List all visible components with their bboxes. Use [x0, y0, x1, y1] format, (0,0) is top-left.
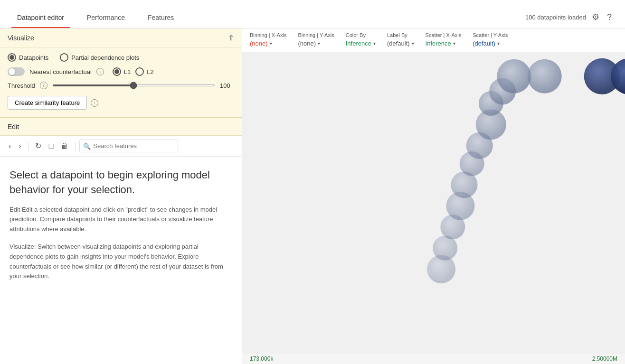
- slider-container: [52, 84, 215, 86]
- radio-partial-dependence[interactable]: Partial dependence plots: [60, 53, 139, 62]
- axis-group-label-by: Label By(default) ▾: [387, 32, 414, 48]
- radio-l2-icon: [135, 67, 144, 76]
- tab-features[interactable]: Features: [142, 14, 180, 28]
- search-features-input[interactable]: [79, 140, 178, 152]
- datapoints-loaded-label: 100 datapoints loaded: [525, 14, 586, 21]
- counterfactual-row: Nearest counterfactual i L1 L2: [8, 67, 234, 76]
- threshold-label: Threshold: [8, 82, 35, 89]
- x-min-label: 173.000k: [250, 355, 273, 362]
- radio-datapoints[interactable]: Datapoints: [8, 53, 48, 62]
- x-max-label: 2.50000M: [592, 355, 617, 362]
- select-prompt-area: Select a datapoint to begin exploring mo…: [0, 157, 242, 300]
- tab-performance[interactable]: Performance: [81, 14, 131, 28]
- axis-group-scatter---y-axis: Scatter | Y-Axis(default) ▾: [473, 32, 508, 48]
- left-panel: Visualize ⇧ Datapoints Partial dependenc…: [0, 28, 242, 364]
- visualize-section-header: Visualize ⇧: [0, 28, 242, 47]
- chevron-down-icon: ▾: [318, 41, 320, 46]
- select-prompt-desc-2: Visualize: Switch between visualizing da…: [9, 242, 232, 281]
- axis-label: Binning | X-Axis: [250, 32, 286, 38]
- scatter-area[interactable]: [242, 52, 625, 354]
- chevron-down-icon: ▾: [453, 41, 455, 46]
- radio-l2[interactable]: L2: [135, 67, 153, 76]
- axis-value: (none): [250, 40, 268, 47]
- edit-header: Edit: [0, 118, 242, 136]
- radio-row: Datapoints Partial dependence plots: [8, 53, 234, 62]
- axis-value: Inference: [346, 40, 371, 47]
- copy-button[interactable]: □: [46, 140, 57, 152]
- axis-label: Color By: [346, 32, 376, 38]
- nearest-counterfactual-toggle[interactable]: [8, 67, 25, 76]
- edit-section: Edit ‹ › ↻ □ 🗑 🔍 Select a datapoint to b…: [0, 118, 242, 364]
- axis-value: Inference: [426, 40, 451, 47]
- chevron-down-icon: ▾: [373, 41, 376, 46]
- axis-label: Scatter | Y-Axis: [473, 32, 508, 38]
- similarity-row: Create similarity feature i: [8, 96, 234, 110]
- right-panel: Binning | X-Axis(none) ▾Binning | Y-Axis…: [242, 28, 625, 364]
- scatter-plot: [242, 52, 625, 354]
- axis-dropdown[interactable]: Inference ▾: [426, 39, 462, 48]
- nearest-counterfactual-label: Nearest counterfactual: [29, 68, 92, 75]
- history-button[interactable]: ↻: [32, 140, 44, 152]
- back-button[interactable]: ‹: [6, 140, 14, 152]
- main-layout: Visualize ⇧ Datapoints Partial dependenc…: [0, 28, 625, 364]
- threshold-info-icon[interactable]: i: [40, 82, 47, 89]
- toolbar-divider-2: [75, 142, 76, 150]
- svg-rect-0: [242, 52, 625, 354]
- axis-group-binning---y-axis: Binning | Y-Axis(none) ▾: [298, 32, 334, 48]
- select-prompt-title: Select a datapoint to begin exploring mo…: [9, 168, 232, 197]
- threshold-value: 100: [220, 82, 234, 89]
- axis-value: (default): [473, 40, 495, 47]
- axis-group-scatter---x-axis: Scatter | X-AxisInference ▾: [426, 32, 462, 48]
- axis-label: Scatter | X-Axis: [426, 32, 462, 38]
- tab-datapoint-editor[interactable]: Datapoint editor: [11, 14, 70, 28]
- axis-dropdown[interactable]: (default) ▾: [473, 39, 508, 48]
- axis-dropdown[interactable]: (default) ▾: [387, 39, 414, 48]
- axis-group-binning---x-axis: Binning | X-Axis(none) ▾: [250, 32, 286, 48]
- visualize-content: Datapoints Partial dependence plots Near…: [0, 47, 242, 118]
- radio-l1[interactable]: L1: [113, 67, 131, 76]
- radio-partial-dependence-icon: [60, 53, 68, 62]
- select-prompt-desc-1: Edit Edit a selected datapoint and click…: [9, 205, 232, 234]
- settings-icon[interactable]: ⚙: [590, 12, 601, 22]
- axis-dropdown[interactable]: (none) ▾: [298, 39, 334, 48]
- top-nav: Datapoint editor Performance Features 10…: [0, 0, 625, 28]
- axis-label: Binning | Y-Axis: [298, 32, 334, 38]
- edit-label: Edit: [8, 123, 19, 131]
- chevron-down-icon: ▾: [270, 41, 272, 46]
- toolbar-divider-1: [28, 142, 28, 150]
- delete-button[interactable]: 🗑: [58, 140, 71, 152]
- chevron-down-icon: ▾: [497, 41, 500, 46]
- axis-value: (none): [298, 40, 316, 47]
- svg-point-12: [528, 59, 562, 93]
- axis-controls: Binning | X-Axis(none) ▾Binning | Y-Axis…: [242, 28, 625, 52]
- radio-l1-icon: [113, 67, 121, 76]
- threshold-row: Threshold i 100: [8, 82, 234, 89]
- chevron-down-icon: ▾: [412, 41, 414, 46]
- create-similarity-button[interactable]: Create similarity feature: [8, 96, 87, 110]
- nav-right: 100 datapoints loaded ⚙ ?: [525, 12, 614, 28]
- search-wrapper: 🔍: [79, 140, 236, 152]
- visualize-collapse-btn[interactable]: ⇧: [228, 33, 234, 42]
- axis-value: (default): [387, 40, 410, 47]
- forward-button[interactable]: ›: [16, 140, 24, 152]
- visualize-label: Visualize: [8, 34, 34, 42]
- axis-group-color-by: Color ByInference ▾: [346, 32, 376, 48]
- scatter-bottom-labels: 173.000k 2.50000M: [242, 354, 625, 364]
- nearest-counterfactual-info-icon[interactable]: i: [96, 68, 104, 75]
- axis-dropdown[interactable]: (none) ▾: [250, 39, 286, 48]
- radio-datapoints-icon: [8, 53, 16, 62]
- axis-dropdown[interactable]: Inference ▾: [346, 39, 376, 48]
- svg-point-11: [497, 59, 531, 93]
- help-icon[interactable]: ?: [605, 12, 614, 22]
- svg-point-2: [433, 236, 457, 261]
- axis-label: Label By: [387, 32, 414, 38]
- search-icon: 🔍: [83, 142, 91, 149]
- threshold-slider[interactable]: [52, 84, 215, 86]
- edit-toolbar: ‹ › ↻ □ 🗑 🔍: [0, 136, 242, 157]
- create-similarity-info-icon[interactable]: i: [91, 99, 98, 107]
- toggle-knob: [9, 68, 15, 75]
